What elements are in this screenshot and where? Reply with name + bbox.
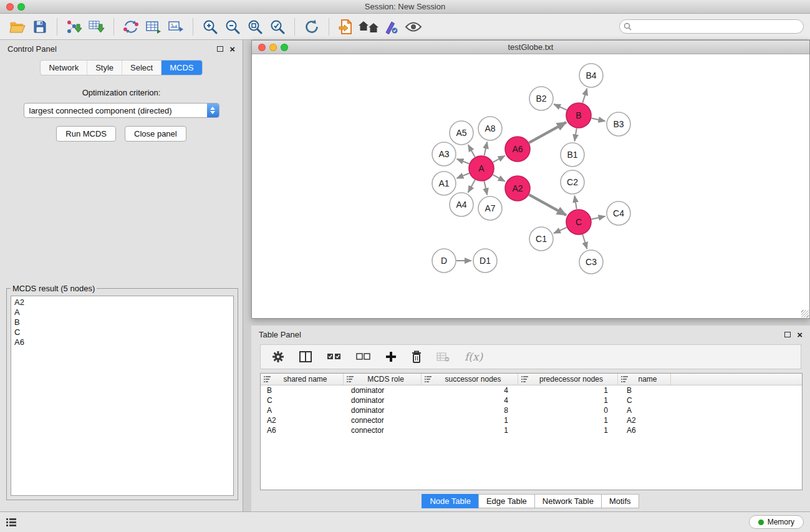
close-window-button[interactable] xyxy=(6,3,14,11)
graph-edge-A-A5[interactable] xyxy=(468,145,475,157)
graph-node-A1[interactable]: A1 xyxy=(432,172,456,195)
mcds-result-item[interactable]: A6 xyxy=(14,337,230,347)
memory-button[interactable]: Memory xyxy=(749,515,804,529)
network-canvas[interactable]: B4B2BB3A5A8A6A3B1AC2A1A2A4A7C4CC1DD1C3 xyxy=(252,54,809,318)
float-panel-icon[interactable] xyxy=(217,46,223,52)
table-row[interactable]: Cdominator41C xyxy=(261,395,802,405)
tab-motifs[interactable]: Motifs xyxy=(601,494,639,508)
home-view-button[interactable] xyxy=(357,16,380,38)
table-cell[interactable]: connector xyxy=(344,425,422,435)
graph-node-C4[interactable]: C4 xyxy=(607,201,630,225)
graph-edge-B-B3[interactable] xyxy=(592,118,605,121)
mcds-result-item[interactable]: A xyxy=(14,307,230,317)
graph-edge-A-A7[interactable] xyxy=(484,181,487,195)
mcds-result-item[interactable]: C xyxy=(14,327,230,337)
graph-node-A8[interactable]: A8 xyxy=(478,117,502,140)
table-cell[interactable]: 1 xyxy=(422,415,518,425)
graph-edge-C-C1[interactable] xyxy=(554,228,567,233)
table-cell[interactable]: B xyxy=(261,385,344,395)
zoom-out-button[interactable] xyxy=(221,16,244,38)
table-cell[interactable]: dominator xyxy=(344,385,422,395)
open-session-button[interactable] xyxy=(6,16,29,38)
tab-edge-table[interactable]: Edge Table xyxy=(478,494,535,508)
close-panel-icon[interactable]: × xyxy=(797,332,803,338)
table-cell[interactable]: connector xyxy=(344,415,422,425)
table-cell[interactable]: 1 xyxy=(518,385,618,395)
close-panel-icon[interactable]: × xyxy=(229,46,235,52)
import-table-file-button[interactable] xyxy=(85,16,108,38)
task-history-button[interactable] xyxy=(6,518,16,526)
graph-node-B3[interactable]: B3 xyxy=(607,112,630,136)
column-header-mcds-role[interactable]: MCDS role xyxy=(344,374,422,385)
table-row[interactable]: Adominator80A xyxy=(261,405,802,415)
network-window-titlebar[interactable]: testGlobe.txt xyxy=(252,41,809,54)
table-cell[interactable]: dominator xyxy=(344,405,422,415)
tab-select[interactable]: Select xyxy=(122,60,162,75)
mcds-result-item[interactable]: A2 xyxy=(14,297,230,307)
clone-network-button[interactable] xyxy=(120,16,142,38)
tab-style[interactable]: Style xyxy=(87,60,122,75)
table-cell[interactable]: 1 xyxy=(518,425,618,435)
mcds-result-item[interactable]: B xyxy=(14,317,230,327)
table-cell[interactable]: dominator xyxy=(344,395,422,405)
tab-network[interactable]: Network xyxy=(41,60,87,75)
table-cell[interactable]: 1 xyxy=(518,395,618,405)
table-cell[interactable]: B xyxy=(618,385,671,395)
table-cell[interactable]: A xyxy=(618,405,671,415)
graph-node-D[interactable]: D xyxy=(432,249,456,273)
graph-edge-A6-B[interactable] xyxy=(529,122,566,143)
network-graph[interactable]: B4B2BB3A5A8A6A3B1AC2A1A2A4A7C4CC1DD1C3 xyxy=(252,54,809,318)
export-document-button[interactable] xyxy=(335,16,357,38)
run-mcds-button[interactable]: Run MCDS xyxy=(56,126,116,142)
search-input[interactable] xyxy=(619,19,804,34)
table-cell[interactable]: 1 xyxy=(422,425,518,435)
graph-node-A[interactable]: A xyxy=(469,156,494,181)
delete-column-button[interactable] xyxy=(412,351,422,363)
select-all-button[interactable] xyxy=(327,353,341,360)
deselect-all-button[interactable] xyxy=(356,353,370,360)
table-cell[interactable]: A6 xyxy=(261,425,344,435)
graph-edge-C-C2[interactable] xyxy=(574,196,576,210)
graph-edge-A-A3[interactable] xyxy=(457,159,470,164)
graph-edge-C-C3[interactable] xyxy=(582,235,587,249)
graph-node-B[interactable]: B xyxy=(566,103,591,128)
table-cell[interactable]: 8 xyxy=(422,405,518,415)
graph-edge-A-A6[interactable] xyxy=(493,156,505,162)
table-cell[interactable]: A6 xyxy=(618,425,671,435)
graph-edge-A2-C[interactable] xyxy=(529,195,566,215)
table-row[interactable]: A2connector11A2 xyxy=(261,415,802,425)
tab-mcds[interactable]: MCDS xyxy=(162,60,201,75)
zoom-selected-button[interactable] xyxy=(266,16,289,38)
import-network-file-button[interactable] xyxy=(63,16,85,38)
graph-node-A4[interactable]: A4 xyxy=(450,193,473,216)
table-cell[interactable]: 4 xyxy=(422,395,518,405)
export-image-button[interactable] xyxy=(165,16,187,38)
mcds-result-list[interactable]: A2ABCA6 xyxy=(11,296,234,496)
add-column-button[interactable] xyxy=(385,351,397,362)
graph-edge-B-B4[interactable] xyxy=(582,89,587,103)
column-header-predecessor-nodes[interactable]: predecessor nodes xyxy=(518,374,618,385)
annotation-button[interactable] xyxy=(380,16,402,38)
resize-corner[interactable] xyxy=(801,310,809,317)
zoom-in-button[interactable] xyxy=(199,16,221,38)
float-panel-icon[interactable] xyxy=(784,332,791,337)
zoom-fit-button[interactable] xyxy=(244,16,266,38)
graph-node-A6[interactable]: A6 xyxy=(505,137,530,162)
show-columns-button[interactable] xyxy=(299,351,312,362)
graph-edge-A-A2[interactable] xyxy=(493,175,504,181)
graph-node-B1[interactable]: B1 xyxy=(561,143,584,167)
graph-node-A7[interactable]: A7 xyxy=(478,196,502,220)
graph-edge-A-A4[interactable] xyxy=(468,180,475,192)
graph-node-B2[interactable]: B2 xyxy=(529,87,553,110)
table-cell[interactable]: A2 xyxy=(261,415,344,425)
graph-node-C1[interactable]: C1 xyxy=(529,227,553,251)
table-cell[interactable]: 4 xyxy=(422,385,518,395)
graph-node-C3[interactable]: C3 xyxy=(579,250,603,274)
new-table-button[interactable] xyxy=(142,16,165,38)
table-cell[interactable]: A xyxy=(261,405,344,415)
graph-node-C[interactable]: C xyxy=(566,210,591,235)
network-zoom-button[interactable] xyxy=(281,44,288,51)
graph-edge-A-A1[interactable] xyxy=(456,173,469,178)
optimization-criterion-select[interactable]: largest connected component (directed) xyxy=(24,103,219,118)
column-header-successor-nodes[interactable]: successor nodes xyxy=(422,374,518,385)
